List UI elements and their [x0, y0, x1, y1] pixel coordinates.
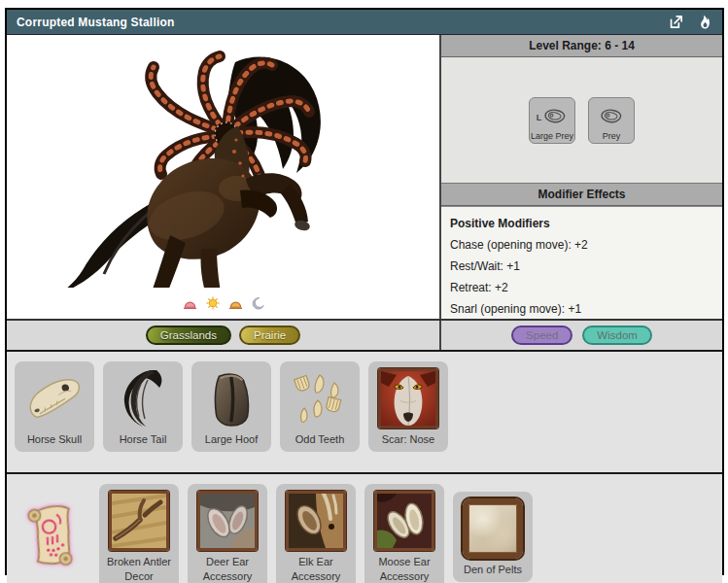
stat-pill-wisdom[interactable]: Wisdom — [582, 326, 652, 345]
modifier-line: Chase (opening move): +2 — [450, 238, 713, 252]
item-label: Large Hoof — [205, 432, 258, 447]
corrupted-mustang-image — [7, 35, 439, 288]
info-panel: Level Range: 6 - 14 L Large Prey — [439, 35, 722, 319]
item-card-moose-ear-accessory[interactable]: Moose Ear Accessory — [364, 484, 444, 583]
item-label: Horse Skull — [27, 432, 82, 447]
item-card-elk-ear-accessory[interactable]: Elk Ear Accessory — [276, 484, 356, 583]
dawn-icon — [183, 296, 197, 314]
title-bar: Corrupted Mustang Stallion — [7, 10, 722, 34]
deer-ear-icon — [196, 490, 259, 552]
modifier-effects-header: Modifier Effects — [441, 183, 722, 206]
tags-row: Grasslands Prairie Speed Wisdom — [7, 319, 722, 350]
item-label: Deer Ear Accessory — [191, 555, 264, 583]
item-label: Moose Ear Accessory — [367, 555, 441, 583]
item-card-odd-teeth[interactable]: Odd Teeth — [280, 361, 360, 452]
biome-pill-grasslands[interactable]: Grasslands — [146, 326, 231, 345]
item-card-deer-ear-accessory[interactable]: Deer Ear Accessory — [188, 484, 267, 583]
scar-nose-icon — [377, 367, 439, 429]
item-label: Elk Ear Accessory — [279, 555, 353, 583]
craftables-section: Broken Antler Decor Deer Ear Accessory — [7, 472, 722, 583]
broken-antler-icon — [108, 490, 170, 552]
large-prey-label: Large Prey — [531, 131, 573, 141]
item-card-den-of-pelts[interactable]: Den of Pelts — [453, 492, 533, 582]
prey-button[interactable]: Prey — [588, 97, 635, 144]
large-hoof-icon — [200, 367, 262, 429]
item-card-scar-nose[interactable]: Scar: Nose — [368, 361, 448, 452]
modifier-line: Retreat: +2 — [450, 281, 713, 294]
steak-icon — [599, 107, 624, 129]
large-steak-icon — [542, 107, 568, 129]
drops-section: Horse Skull Horse Tail Larg — [7, 350, 722, 472]
prey-area: L Large Prey — [441, 57, 722, 183]
level-range-header: Level Range: 6 - 14 — [441, 35, 722, 57]
recipe-scroll[interactable] — [15, 502, 90, 570]
item-card-horse-skull[interactable]: Horse Skull — [15, 361, 94, 452]
page-title: Corrupted Mustang Stallion — [17, 16, 668, 29]
modifier-line: Snarl (opening move): +1 — [450, 302, 713, 316]
biome-tags: Grasslands Prairie — [7, 321, 439, 350]
item-label: Scar: Nose — [382, 432, 434, 447]
moose-ear-icon — [373, 490, 435, 552]
modifier-list: Positive Modifiers Chase (opening move):… — [441, 206, 722, 319]
positive-modifiers-title: Positive Modifiers — [450, 217, 713, 230]
item-label: Horse Tail — [120, 432, 167, 447]
stat-tags: Speed Wisdom — [439, 321, 722, 350]
item-card-broken-antler-decor[interactable]: Broken Antler Decor — [99, 484, 179, 583]
modifier-line: Rest/Wait: +1 — [450, 259, 713, 273]
flame-icon[interactable] — [698, 14, 712, 30]
elk-ear-icon — [285, 490, 347, 552]
horse-tail-icon — [112, 367, 174, 429]
item-label: Den of Pelts — [464, 563, 522, 577]
dusk-icon — [228, 296, 243, 314]
main-row: Level Range: 6 - 14 L Large Prey — [7, 34, 722, 319]
odd-teeth-icon — [289, 367, 351, 429]
large-prey-button[interactable]: L Large Prey — [529, 97, 575, 144]
encounter-page: Corrupted Mustang Stallion — [5, 8, 724, 575]
prey-label: Prey — [603, 131, 621, 141]
item-card-large-hoof[interactable]: Large Hoof — [191, 361, 271, 452]
time-of-day-row — [7, 296, 439, 314]
den-of-pelts-icon — [462, 497, 524, 560]
item-label: Odd Teeth — [295, 432, 345, 447]
item-label: Broken Antler Decor — [102, 555, 176, 583]
item-card-horse-tail[interactable]: Horse Tail — [103, 361, 183, 452]
biome-pill-prairie[interactable]: Prairie — [239, 326, 300, 345]
sun-icon — [206, 296, 220, 314]
large-prey-size-prefix: L — [537, 113, 542, 122]
creature-image-panel — [7, 35, 439, 319]
horse-skull-icon — [23, 367, 86, 429]
stat-pill-speed[interactable]: Speed — [511, 326, 572, 345]
moon-icon — [252, 296, 264, 314]
external-link-icon[interactable] — [668, 14, 684, 30]
